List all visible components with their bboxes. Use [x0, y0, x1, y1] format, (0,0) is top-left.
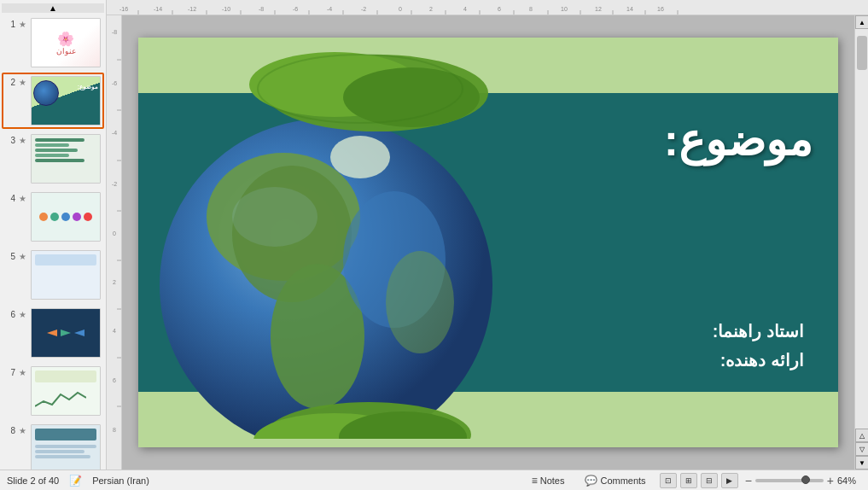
slide-notes-icon: 📝 [69, 475, 82, 487]
svg-text:0: 0 [399, 6, 402, 12]
notes-label: Notes [540, 475, 565, 486]
slide-img-2: موضوع: [31, 76, 101, 125]
reading-view-btn[interactable]: ⊟ [701, 473, 718, 488]
zoom-minus-btn[interactable]: − [745, 474, 752, 487]
slideshow-btn[interactable]: ▶ [721, 473, 738, 488]
slide-img-8 [31, 424, 101, 470]
svg-text:8: 8 [529, 6, 533, 12]
svg-text:4: 4 [113, 328, 116, 334]
slide-title-text: موضوع: [664, 115, 813, 165]
svg-text:16: 16 [657, 6, 664, 12]
svg-text:-2: -2 [361, 6, 366, 12]
svg-point-58 [330, 136, 390, 178]
slide-number-1: 1 [5, 20, 15, 29]
normal-view-btn[interactable]: ⊡ [660, 473, 677, 488]
slide-subtitles: استاد راهنما: ارائه دهنده: [713, 321, 804, 370]
edit-area-wrapper: -16 -14 -12 -10 -8 -6 -4 -2 0 2 4 6 8 10… [107, 0, 868, 470]
svg-text:-8: -8 [259, 6, 264, 12]
svg-text:-14: -14 [154, 6, 162, 12]
slide-number-8: 8 [5, 426, 15, 435]
status-right: ⊡ ⊞ ⊟ ▶ − + 64% [660, 473, 861, 488]
status-left: Slide 2 of 40 📝 Persian (Iran) [7, 475, 518, 487]
scroll-up-btn[interactable]: ▲ [855, 15, 868, 29]
svg-point-61 [232, 187, 317, 247]
svg-text:-2: -2 [112, 181, 117, 187]
zoom-slider-thumb[interactable] [801, 475, 810, 484]
svg-point-60 [386, 251, 454, 353]
slide-img-7 [31, 366, 101, 416]
notes-icon: ≡ [532, 475, 538, 487]
comments-button[interactable]: 💬 Comments [581, 473, 649, 488]
app-container: ▲ 1 ★ 🌸 عنوان 2 ★ موضوع: [0, 0, 868, 470]
slide-subtitle-1: استاد راهنما: [713, 321, 804, 341]
ruler-horiz-svg: -16 -14 -12 -10 -8 -6 -4 -2 0 2 4 6 8 10… [107, 0, 868, 15]
earth-svg [138, 46, 548, 439]
slide-number-6: 6 [5, 310, 15, 319]
slide-info: Slide 2 of 40 [7, 475, 59, 486]
slide-title: موضوع: [664, 114, 813, 166]
svg-text:8: 8 [113, 427, 116, 433]
slide-thumb-1[interactable]: 1 ★ 🌸 عنوان [2, 15, 104, 71]
right-scrollbar[interactable]: ▲ △ ▽ ▼ [854, 15, 868, 470]
scroll-track[interactable] [855, 29, 868, 429]
slide-canvas: موضوع: استاد راهنما: ارائه دهنده: [138, 38, 838, 447]
zoom-plus-btn[interactable]: + [827, 474, 834, 487]
slide-star-7: ★ [19, 368, 27, 377]
svg-text:-16: -16 [119, 6, 128, 12]
comments-label: Comments [600, 475, 645, 486]
notes-button[interactable]: ≡ Notes [528, 473, 568, 488]
scroll-down-btn[interactable]: ▼ [855, 456, 868, 470]
svg-text:-6: -6 [293, 6, 298, 12]
svg-text:0: 0 [113, 230, 116, 236]
svg-text:4: 4 [463, 6, 467, 12]
slide-star-1: ★ [19, 20, 27, 29]
language-info: Persian (Iran) [92, 475, 149, 486]
slide-thumb-5[interactable]: 5 ★ [2, 247, 104, 303]
svg-text:6: 6 [113, 377, 116, 383]
slide-sorter-btn[interactable]: ⊞ [680, 473, 697, 488]
slide-img-5 [31, 250, 101, 300]
slide-thumb-4[interactable]: 4 ★ [2, 189, 104, 245]
slide-star-2: ★ [19, 78, 27, 87]
svg-text:-12: -12 [188, 6, 196, 12]
svg-text:-8: -8 [112, 29, 117, 35]
slide-img-1: 🌸 عنوان [31, 18, 101, 67]
svg-text:14: 14 [626, 6, 633, 12]
svg-text:6: 6 [498, 6, 501, 12]
svg-rect-0 [107, 0, 868, 15]
slide-star-6: ★ [19, 310, 27, 319]
svg-text:10: 10 [561, 6, 568, 12]
slide-thumb-6[interactable]: 6 ★ [2, 305, 104, 361]
svg-text:-4: -4 [327, 6, 332, 12]
zoom-area: − + 64% [745, 474, 861, 487]
ruler-vertical: -8 -6 -4 -2 0 2 4 6 8 [107, 15, 122, 470]
slide-star-3: ★ [19, 136, 27, 145]
slide-star-8: ★ [19, 426, 27, 435]
svg-text:-4: -4 [112, 130, 117, 136]
slide-thumb-8[interactable]: 8 ★ [2, 421, 104, 470]
slide-img-4 [31, 192, 101, 242]
slide-panel[interactable]: ▲ 1 ★ 🌸 عنوان 2 ★ موضوع: [0, 0, 107, 470]
ruler-horizontal: -16 -14 -12 -10 -8 -6 -4 -2 0 2 4 6 8 10… [107, 0, 868, 15]
panel-scroll-up[interactable]: ▲ [2, 3, 104, 13]
slide-number-3: 3 [5, 136, 15, 145]
status-center: ≡ Notes 💬 Comments [528, 473, 650, 488]
slide-img-3 [31, 134, 101, 184]
scroll-page-down-btn[interactable]: ▽ [855, 442, 868, 456]
zoom-slider[interactable] [755, 479, 824, 482]
status-bar: Slide 2 of 40 📝 Persian (Iran) ≡ Notes 💬… [0, 470, 868, 490]
comments-icon: 💬 [585, 475, 597, 487]
ruler-vert-svg: -8 -6 -4 -2 0 2 4 6 8 [107, 15, 122, 470]
slide-thumb-2[interactable]: 2 ★ موضوع: [2, 73, 104, 129]
slide-thumb-7[interactable]: 7 ★ [2, 363, 104, 419]
slide-number-2: 2 [5, 78, 15, 87]
slide-subtitle-2: ارائه دهنده: [713, 350, 804, 370]
svg-text:-6: -6 [112, 80, 117, 86]
slide-canvas-area[interactable]: موضوع: استاد راهنما: ارائه دهنده: [122, 15, 854, 470]
slide-number-5: 5 [5, 252, 15, 261]
scroll-page-up-btn[interactable]: △ [855, 429, 868, 442]
slide-thumb-3[interactable]: 3 ★ [2, 131, 104, 187]
slide-star-4: ★ [19, 194, 27, 203]
svg-text:2: 2 [113, 279, 116, 285]
slide-img-6 [31, 308, 101, 358]
